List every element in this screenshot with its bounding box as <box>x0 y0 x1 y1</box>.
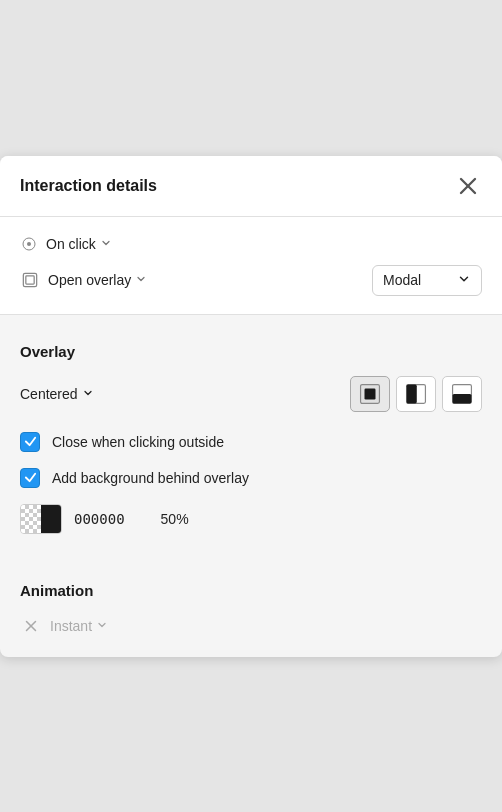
layout-bottom-panel-button[interactable] <box>442 376 482 412</box>
add-background-label: Add background behind overlay <box>52 470 249 486</box>
action-label[interactable]: Open overlay <box>48 272 147 288</box>
svg-rect-5 <box>26 276 34 284</box>
checkbox-check-icon <box>24 435 37 448</box>
swatch-black <box>41 505 61 533</box>
trigger-event-icon <box>20 235 38 253</box>
action-row: Open overlay Modal <box>20 265 482 296</box>
trigger-text: On click <box>46 236 96 252</box>
animation-section: Animation Instant <box>0 562 502 657</box>
layout-buttons <box>350 376 482 412</box>
svg-point-3 <box>27 242 31 246</box>
action-chevron-icon <box>135 273 147 287</box>
svg-rect-7 <box>365 388 376 399</box>
checker-pattern <box>21 505 41 533</box>
trigger-chevron-icon <box>100 237 112 251</box>
animation-row: Instant <box>20 615 482 637</box>
action-text: Open overlay <box>48 272 131 288</box>
dropdown-chevron-icon <box>457 272 471 289</box>
interaction-details-panel: Interaction details On click <box>0 156 502 657</box>
layout-centered-button[interactable] <box>350 376 390 412</box>
section-gap-2 <box>0 554 502 562</box>
panel-header: Interaction details <box>0 156 502 217</box>
animation-text: Instant <box>50 618 92 634</box>
animation-section-title: Animation <box>20 582 482 599</box>
dropdown-value: Modal <box>383 272 421 288</box>
modal-type-dropdown[interactable]: Modal <box>372 265 482 296</box>
svg-rect-9 <box>407 384 417 403</box>
animation-label[interactable]: Instant <box>50 618 108 634</box>
checkbox-check-icon <box>24 471 37 484</box>
color-row: 000000 50% <box>20 504 482 534</box>
animation-chevron-icon <box>96 618 108 634</box>
overlay-section-title: Overlay <box>20 343 482 360</box>
position-row: Centered <box>20 376 482 412</box>
add-background-checkbox[interactable] <box>20 468 40 488</box>
color-swatch[interactable] <box>20 504 62 534</box>
overlay-section: Overlay Centered <box>0 323 502 554</box>
close-outside-row: Close when clicking outside <box>20 432 482 452</box>
position-chevron-icon <box>82 386 94 402</box>
trigger-row: On click <box>20 235 482 253</box>
svg-rect-11 <box>453 394 472 403</box>
position-text: Centered <box>20 386 78 402</box>
color-hex-value[interactable]: 000000 <box>74 511 125 527</box>
add-background-row: Add background behind overlay <box>20 468 482 488</box>
close-outside-checkbox[interactable] <box>20 432 40 452</box>
close-outside-label: Close when clicking outside <box>52 434 224 450</box>
trigger-action-section: On click Open overlay <box>0 217 502 315</box>
instant-animation-icon <box>20 615 42 637</box>
position-label[interactable]: Centered <box>20 386 94 402</box>
color-opacity-value[interactable]: 50% <box>161 511 189 527</box>
trigger-label[interactable]: On click <box>46 236 112 252</box>
layout-left-panel-button[interactable] <box>396 376 436 412</box>
panel-title: Interaction details <box>20 177 157 195</box>
overlay-action-icon <box>20 270 40 290</box>
section-gap-1 <box>0 315 502 323</box>
close-button[interactable] <box>454 172 482 200</box>
